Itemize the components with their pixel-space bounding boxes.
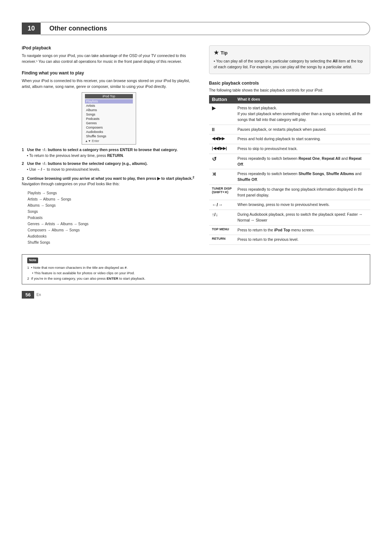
step-3-text: Continue browsing until you arrive at wh… xyxy=(27,176,195,181)
button-return: RETURN xyxy=(209,235,235,245)
ipod-screen-nav: ▲▼ Enter xyxy=(85,139,133,143)
button-shuffle: ⤮ xyxy=(209,169,235,185)
desc-prev-next: When browsing, press to move to previous… xyxy=(234,200,370,210)
step-2: 2 Use the ↑/↓ buttons to browse the sele… xyxy=(22,161,196,172)
ipod-item-composers: Composers xyxy=(85,125,133,130)
ipod-item-genres: Genres xyxy=(85,121,133,125)
button-tuner-disp: TUNER DISP(SHIFT+⤮) xyxy=(209,185,235,200)
ipod-screen-title: iPod Top xyxy=(85,94,133,98)
chapter-header: 10 Other connections xyxy=(22,22,370,35)
desc-return: Press to return to the previous level. xyxy=(234,235,370,245)
step-1-number: 1 xyxy=(22,147,26,152)
nav-list-item: Shuffle Songs xyxy=(28,239,196,246)
nav-list-item: Albums → Songs xyxy=(28,202,196,208)
step-1: 1 Use the ↑/↓ buttons to select a catego… xyxy=(22,147,196,158)
note-header: Note xyxy=(27,258,365,263)
nav-list-item: Genres → Artists → Albums → Songs xyxy=(28,221,196,227)
ipod-item-albums: Albums xyxy=(85,108,133,112)
right-column: ★ Tip • You can play all of the songs in… xyxy=(209,45,370,246)
table-row: ←/→ When browsing, press to move to prev… xyxy=(209,200,370,210)
ipod-item-artists: Artists xyxy=(85,104,133,108)
step-3-header: 3 Continue browsing until you arrive at … xyxy=(22,175,196,181)
tip-icon: ★ xyxy=(214,49,219,56)
table-row: ↑/↓ During Audiobook playback, press to … xyxy=(209,210,370,226)
note-box: Note 1 • Note that non-roman characters … xyxy=(22,254,370,285)
tip-header: ★ Tip xyxy=(214,49,366,56)
nav-list-item: Audiobooks xyxy=(28,233,196,239)
button-up-down: ↑/↓ xyxy=(209,210,235,226)
ipod-item-songs: Songs xyxy=(85,112,133,117)
step-2-header: 2 Use the ↑/↓ buttons to browse the sele… xyxy=(22,161,196,166)
nav-list-item: Artists → Albums → Songs xyxy=(28,196,196,202)
controls-table: Button What it does ▶ Press to start pla… xyxy=(209,95,370,245)
table-row: ⤮ Press repeatedly to switch between Shu… xyxy=(209,169,370,185)
desc-top-menu: Press to return to the iPod Top menu scr… xyxy=(234,225,370,235)
tip-text: • You can play all of the songs in a par… xyxy=(214,58,366,70)
button-skip: |◀◀/▶▶| xyxy=(209,144,235,154)
finding-heading: Finding what you want to play xyxy=(22,70,196,76)
nav-list-item: Composers → Albums → Songs xyxy=(28,227,196,233)
nav-list-item: Playlists → Songs xyxy=(28,190,196,196)
step-2-number: 2 xyxy=(22,161,26,166)
step-2-bullet: • Use ←/→ to move to previous/next level… xyxy=(22,166,196,172)
page-number: 56 xyxy=(22,291,34,299)
button-pause: II xyxy=(209,125,235,134)
main-content: iPod playback To navigate songs on your … xyxy=(22,45,370,246)
button-scan: ◀◀/▶▶ xyxy=(209,134,235,144)
desc-shuffle: Press repeatedly to switch between Shuff… xyxy=(234,169,370,185)
nav-list-item: Songs xyxy=(28,208,196,215)
controls-subtitle: The following table shows the basic play… xyxy=(209,88,370,92)
step-3-number: 3 xyxy=(22,176,26,181)
table-row: ◀◀/▶▶ Press and hold during playback to … xyxy=(209,134,370,144)
step-1-bullet: • To return to the previous level any ti… xyxy=(22,153,196,158)
col-header-what: What it does xyxy=(234,95,370,104)
step-3-body: Navigation through categories on your iP… xyxy=(22,181,196,187)
desc-tuner-disp: Press repeatedly to change the song play… xyxy=(234,185,370,200)
desc-up-down: During Audiobook playback, press to swit… xyxy=(234,210,370,226)
note-item-1: 1 • Note that non-roman characters in th… xyxy=(27,265,365,281)
table-row: ↺ Press repeatedly to switch between Rep… xyxy=(209,154,370,169)
button-play: ▶ xyxy=(209,104,235,125)
nav-list-item: Podcasts xyxy=(28,215,196,221)
table-row: TOP MENU Press to return to the iPod Top… xyxy=(209,225,370,235)
table-row: TUNER DISP(SHIFT+⤮) Press repeatedly to … xyxy=(209,185,370,200)
ipod-playback-heading: iPod playback xyxy=(22,45,196,50)
table-row: RETURN Press to return to the previous l… xyxy=(209,235,370,245)
desc-skip: Press to skip to previous/next track. xyxy=(234,144,370,154)
ipod-item-podcasts: Podcasts xyxy=(85,117,133,121)
table-header-row: Button What it does xyxy=(209,95,370,104)
desc-scan: Press and hold during playback to start … xyxy=(234,134,370,144)
chapter-number: 10 xyxy=(22,23,41,35)
tip-label: Tip xyxy=(221,50,228,56)
left-column: iPod playback To navigate songs on your … xyxy=(22,45,196,246)
controls-heading: Basic playback controls xyxy=(209,81,370,86)
table-row: ▶ Press to start playback.If you start p… xyxy=(209,104,370,125)
desc-repeat: Press repeatedly to switch between Repea… xyxy=(234,154,370,169)
finding-body: When your iPod is connected to this rece… xyxy=(22,78,196,90)
step-2-text: Use the ↑/↓ buttons to browse the select… xyxy=(27,161,148,166)
button-repeat: ↺ xyxy=(209,154,235,169)
button-top-menu: TOP MENU xyxy=(209,225,235,235)
step-3: 3 Continue browsing until you arrive at … xyxy=(22,175,196,187)
note-icon: Note xyxy=(27,258,38,263)
step-1-header: 1 Use the ↑/↓ buttons to select a catego… xyxy=(22,147,196,152)
ipod-item-shuffle: Shuffle Songs xyxy=(85,134,133,138)
desc-pause: Pauses playback, or restarts playback wh… xyxy=(234,125,370,134)
col-header-button: Button xyxy=(209,95,235,104)
tip-box: ★ Tip • You can play all of the songs in… xyxy=(209,45,370,74)
page-lang: En xyxy=(36,293,41,297)
page-number-area: 56 En xyxy=(22,291,370,299)
nav-list: Playlists → Songs Artists → Albums → Son… xyxy=(28,190,196,246)
table-row: |◀◀/▶▶| Press to skip to previous/next t… xyxy=(209,144,370,154)
ipod-item-playlists: Playlists xyxy=(85,99,133,104)
step-1-text: Use the ↑/↓ buttons to select a category… xyxy=(27,147,178,152)
ipod-item-audiobooks: Audiobooks xyxy=(85,130,133,134)
chapter-title: Other connections xyxy=(41,22,370,35)
desc-play: Press to start playback.If you start pla… xyxy=(234,104,370,125)
ipod-playback-intro: To navigate songs on your iPod, you can … xyxy=(22,53,196,65)
ipod-screen-mockup: iPod Top Playlists Artists Albums Songs … xyxy=(82,92,136,145)
button-prev-next: ←/→ xyxy=(209,200,235,210)
page: 10 Other connections iPod playback To na… xyxy=(0,0,392,555)
table-row: II Pauses playback, or restarts playback… xyxy=(209,125,370,134)
